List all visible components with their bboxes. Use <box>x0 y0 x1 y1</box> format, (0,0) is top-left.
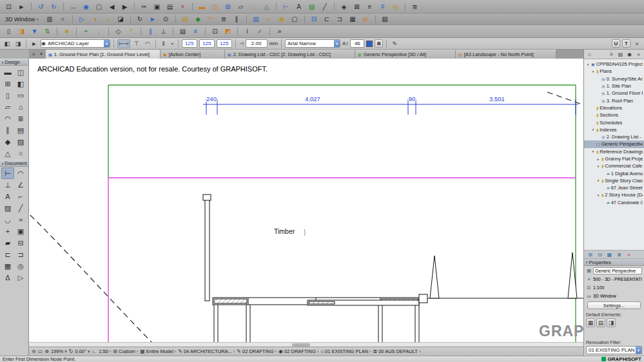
fill-tool[interactable]: ▨ <box>1 202 14 214</box>
tree-twisty-icon[interactable]: ▾ <box>591 149 595 153</box>
orientation-value[interactable]: 0.00° ▾ <box>75 348 90 354</box>
map-view-icon[interactable]: ▤ <box>617 51 624 58</box>
bold-button[interactable]: B <box>375 39 383 48</box>
renovation-filter[interactable]: ⌂ 01 EXISTING PLAN › <box>320 348 371 354</box>
cutaway-icon[interactable]: ◩ <box>223 26 233 36</box>
window-icon[interactable]: ⊞ <box>223 2 233 12</box>
settings-button[interactable]: Settings... <box>587 301 641 309</box>
angle-dimension-tool[interactable]: ∠ <box>14 179 27 191</box>
interior-elevation-icon[interactable]: ⊐ <box>335 14 345 24</box>
tree-item-commercial-cafe[interactable]: ▾ ▮ Commercial Cafe Proje <box>584 162 644 169</box>
window-tool[interactable]: ⊞ <box>1 78 14 90</box>
default-wall-icon[interactable]: ▦ <box>586 318 595 327</box>
interior-elevation-tool[interactable]: ⊐ <box>14 249 27 260</box>
tree-item-project[interactable]: ▾ ▣ CPPBDN4105 Project 1 <box>584 61 644 68</box>
opening-icon[interactable]: ▢ <box>290 14 300 24</box>
tab-action-center[interactable]: ▣ [Action Center] <box>161 50 225 59</box>
new-folder-icon[interactable]: ⊞ <box>587 251 594 258</box>
magic-wand-icon[interactable]: * <box>126 26 136 36</box>
drawing-tool[interactable]: ▰ <box>1 237 14 249</box>
guide-lines-icon[interactable]: ∥ <box>146 26 155 36</box>
door-icon[interactable]: ◫ <box>210 2 220 12</box>
find-select-icon[interactable]: ○ <box>58 14 68 24</box>
roof-tool[interactable]: ⌂ <box>14 101 27 113</box>
arc-tool[interactable]: ◡ <box>1 214 14 225</box>
tree-item-jean-street[interactable]: ▰ 67 Jean Street, Se <box>584 184 644 191</box>
dimension-text-size-field-1[interactable]: 125 <box>182 39 197 48</box>
radial-dimension-tool[interactable]: ◠ <box>14 167 27 179</box>
render-icon[interactable]: ◑ <box>90 14 100 24</box>
pan-icon[interactable]: ↔ <box>68 2 78 12</box>
section-icon[interactable]: ⊟ <box>309 14 319 24</box>
linear-dimension-geometry-icon[interactable]: ⊢⊣ <box>117 39 130 48</box>
default-settings-icon[interactable]: ► <box>30 39 39 48</box>
window-selector[interactable]: 3D Window ▾ <box>4 16 43 23</box>
tab-ground-floor-plan[interactable]: ▦ 1. Ground Floor Plan [1. Ground Floor … <box>46 50 161 59</box>
default-composite-icon[interactable]: ▤ <box>596 318 605 327</box>
zone-tool[interactable]: ▨ <box>14 136 27 148</box>
tree-twisty-icon[interactable]: ▾ <box>591 70 595 73</box>
zoom-level[interactable]: 199% ▾ <box>51 348 67 354</box>
marquee-icon[interactable]: ⊡ <box>4 2 14 12</box>
tree-twisty-icon[interactable]: ▾ <box>591 128 595 131</box>
tree-item-indexes[interactable]: ▾ ▮ Indexes <box>584 126 644 133</box>
detail-icon[interactable]: ◎ <box>361 14 371 24</box>
morph-tool[interactable]: ◆ <box>1 136 14 148</box>
tree-twisty-icon[interactable]: ▾ <box>596 164 600 168</box>
scale-icon[interactable]: ∟ <box>92 348 97 354</box>
tree-item-sections[interactable]: ▮ Sections <box>584 111 644 119</box>
zoom-icon[interactable]: ◉ <box>81 2 91 12</box>
fill-icon[interactable]: ▨ <box>307 2 317 12</box>
stair-tool[interactable]: ≣ <box>14 113 27 124</box>
tree-item-plans[interactable]: ▾ ▮ Plans <box>584 68 644 75</box>
label-tool[interactable]: ⌐ <box>14 191 27 202</box>
drawing-scale[interactable]: 1:50 › <box>99 348 111 354</box>
tab-list-icon[interactable]: ≡ <box>30 51 37 57</box>
structure-display[interactable]: ⊞ Custom › <box>113 348 138 354</box>
elevation-icon[interactable]: ⊏ <box>322 14 332 24</box>
paste-icon[interactable]: ▤ <box>165 2 175 12</box>
lock-icon[interactable]: ⊠ <box>352 2 362 12</box>
quick-options-icon[interactable]: ▤ <box>178 26 188 36</box>
overflow-icon[interactable]: » <box>632 39 641 48</box>
curtain-wall-tool[interactable]: ▤ <box>14 124 27 136</box>
redo-icon[interactable]: ↻ <box>49 2 59 12</box>
look-to-icon[interactable]: ⊙ <box>161 14 171 24</box>
font-color-swatch[interactable] <box>366 41 373 47</box>
tab-a3-landscape[interactable]: ▥ [A3 Landscape - No North Point] <box>456 50 556 59</box>
publish-icon[interactable]: ⇅ <box>43 26 52 36</box>
layers-icon[interactable]: ≡ <box>365 2 375 12</box>
witness-line-icon[interactable]: ‖ <box>159 39 168 48</box>
save-view-icon[interactable]: ▦ <box>606 251 613 258</box>
wall-tool[interactable]: ▬ <box>1 66 14 78</box>
level-dimension-tool[interactable]: ⊥ <box>1 179 14 191</box>
tree-item-ground-floor-plan[interactable]: ▤ 1. Ground Floor Plan <box>584 90 644 97</box>
layer-select[interactable]: ◉ ARCHICAD Layer ▾ <box>41 39 110 48</box>
panel-toggle-left-icon[interactable]: ◧ <box>3 39 12 48</box>
clone-folder-icon[interactable]: ⊟ <box>596 251 603 258</box>
elevation-tool[interactable]: ⊏ <box>1 249 14 260</box>
shell-tool[interactable]: ◠ <box>1 113 14 124</box>
font-select[interactable]: Arial Narrow ▾ <box>285 39 340 48</box>
stair-icon[interactable]: ≣ <box>219 14 229 24</box>
reset-orientation-button[interactable]: ↻ <box>69 348 73 354</box>
zoom-in-button[interactable]: ⊕ <box>44 348 49 354</box>
save-icon[interactable]: ▼ <box>30 26 39 36</box>
tree-item-candowie[interactable]: ▰ 47 Candowie Cresc <box>584 199 644 206</box>
navigator-settings-icon[interactable]: ≣ <box>616 251 623 258</box>
tree-twisty-icon[interactable]: ▸ <box>596 157 600 161</box>
zoom-out-button[interactable]: ⊖ <box>32 348 36 354</box>
tree-item-2-story-house[interactable]: ▾ ▮ 2 Story House (DA) P <box>584 191 644 198</box>
orbit-icon[interactable]: ↻ <box>135 14 145 24</box>
grid-icon[interactable]: # <box>378 2 387 12</box>
walk-mode-icon[interactable]: ► <box>148 14 158 24</box>
tree-item-single-story[interactable]: ▾ ▮ Single Story Class 1 a <box>584 177 644 184</box>
pick-up-parameters-icon[interactable]: + <box>81 26 91 36</box>
skylight-tool[interactable]: ◧ <box>14 78 27 90</box>
delete-icon[interactable]: × <box>178 2 188 12</box>
pen-weight-field[interactable]: 2.00 <box>246 39 268 48</box>
detail-tool[interactable]: ◎ <box>14 260 27 272</box>
door-tool[interactable]: ◫ <box>14 66 27 78</box>
tab-generic-perspective[interactable]: ▧ Generic Perspective [3D / All] <box>355 50 456 59</box>
more-tools-icon[interactable]: » <box>275 26 284 36</box>
